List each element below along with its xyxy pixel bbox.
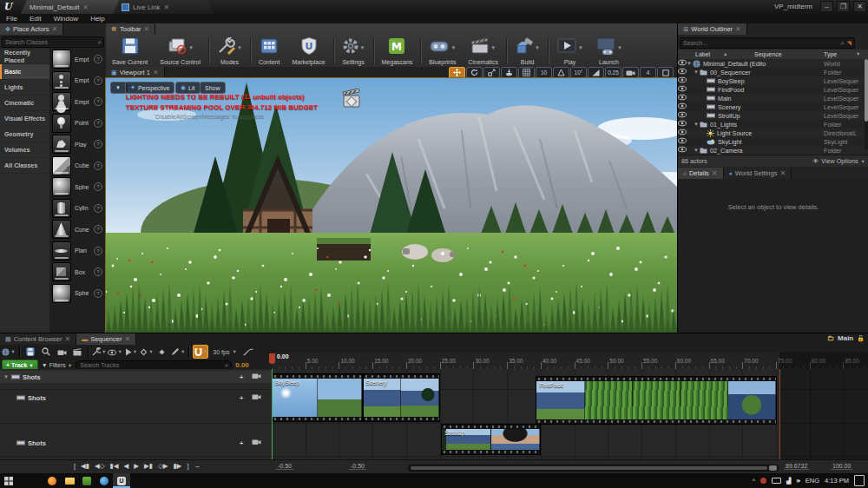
- scale-tool-button[interactable]: [483, 67, 500, 78]
- category-visual-effects[interactable]: Visual Effects: [0, 111, 49, 127]
- current-time-display[interactable]: 0.00: [235, 361, 249, 369]
- tab-world-settings[interactable]: ● World Settings ✕: [724, 168, 792, 179]
- toolbar-button-content[interactable]: Content: [253, 36, 286, 67]
- category-basic[interactable]: Basic: [0, 64, 49, 80]
- search-tracks-input[interactable]: [76, 362, 225, 368]
- outliner-row-boysleep[interactable]: BoySleep LevelSequer: [678, 76, 868, 85]
- chevron-down-icon[interactable]: ▼: [181, 349, 185, 354]
- toolbar-button-build[interactable]: ▼ Build: [509, 36, 546, 67]
- camera-speed-button[interactable]: [622, 67, 639, 78]
- menu-item-edit[interactable]: Edit: [30, 15, 42, 23]
- tray-expand-icon[interactable]: ^: [753, 478, 755, 484]
- close-icon[interactable]: ✕: [779, 169, 786, 177]
- network-icon[interactable]: ▟: [786, 478, 791, 485]
- outliner-row-light-source[interactable]: Light Source DirectionalL: [678, 129, 868, 137]
- sequencer-eye-button[interactable]: ▼: [108, 346, 122, 358]
- category-cinematic[interactable]: Cinematic: [0, 96, 49, 111]
- shot-clip-strollup[interactable]: StrollUp: [441, 424, 541, 455]
- transport-prev-frame-button[interactable]: ◀▮: [81, 462, 89, 470]
- toolbar-button-settings[interactable]: ▼ Settings: [336, 36, 372, 67]
- tab-place-actors[interactable]: ✥ Place Actors ✕: [0, 23, 63, 35]
- transport-bracket-in-button[interactable]: [: [74, 462, 76, 470]
- column-label[interactable]: Label: [695, 51, 710, 57]
- playhead-line[interactable]: [272, 369, 273, 459]
- language-indicator[interactable]: ENG: [806, 477, 819, 485]
- sequencer-keyframe-button[interactable]: ▼: [140, 346, 154, 358]
- place-actor-item[interactable]: Empt ?: [49, 91, 106, 113]
- category-recently-placed[interactable]: Recently Placed: [0, 49, 49, 64]
- add-section-button[interactable]: +: [240, 373, 243, 381]
- transport-step-forward-button[interactable]: ▶▮: [144, 462, 153, 470]
- scale-snap-button[interactable]: [588, 67, 604, 78]
- place-actor-item[interactable]: Cube ?: [49, 155, 106, 177]
- range-start-value[interactable]: -0.50: [276, 463, 293, 470]
- expand-arrow-icon[interactable]: ▼: [694, 69, 700, 75]
- visibility-eye-icon[interactable]: [678, 120, 687, 129]
- outliner-row-scenery[interactable]: Scenery LevelSequer: [678, 102, 868, 111]
- chevron-down-icon[interactable]: ▼: [117, 349, 122, 354]
- taskbar-app-edge[interactable]: [95, 473, 113, 488]
- notification-app-icon[interactable]: [760, 478, 766, 484]
- toolbar-button-play[interactable]: ▼ Play: [550, 36, 589, 67]
- place-actor-item[interactable]: Empt ?: [49, 49, 106, 70]
- chevron-down-icon[interactable]: ▼: [578, 45, 583, 50]
- viewport-scene[interactable]: ▼ ✦ Perspective ◉ Lit Show LIGHTING NEED…: [106, 78, 677, 333]
- place-actor-item[interactable]: Cone ?: [49, 219, 106, 241]
- outliner-row-strollup[interactable]: StrollUp LevelSequer: [678, 111, 868, 120]
- grid-snap-value[interactable]: 10: [536, 67, 552, 78]
- camera-icon[interactable]: [252, 373, 261, 381]
- outliner-row-skylight[interactable]: SkyLight SkyLight: [678, 137, 868, 146]
- visibility-eye-icon[interactable]: [678, 137, 687, 146]
- taskbar-app-epic[interactable]: [78, 473, 95, 488]
- chevron-down-icon[interactable]: ▼: [203, 349, 207, 354]
- expand-arrow-icon[interactable]: ▼: [694, 122, 700, 127]
- maximize-button[interactable]: ❐: [837, 1, 850, 12]
- taskbar-app-unreal[interactable]: U: [113, 473, 130, 488]
- rotation-snap-button[interactable]: [553, 67, 569, 78]
- close-icon[interactable]: ✕: [64, 335, 70, 343]
- fps-dropdown[interactable]: 30 fps▼: [210, 346, 240, 358]
- outliner-row-main[interactable]: Main LevelSequer: [678, 94, 868, 102]
- chevron-down-icon[interactable]: ▼: [148, 349, 153, 354]
- category-geometry[interactable]: Geometry: [0, 127, 49, 142]
- transport-loop-button[interactable]: →: [194, 462, 201, 470]
- expand-arrow-icon[interactable]: ▼: [3, 374, 9, 379]
- add-section-button[interactable]: +: [240, 439, 243, 447]
- close-icon[interactable]: ✕: [712, 169, 718, 177]
- chevron-down-icon[interactable]: ▼: [237, 45, 242, 50]
- sequencer-playback-button[interactable]: ▼: [124, 346, 138, 358]
- tab-toolbar[interactable]: 🛠 Toolbar ✕: [106, 23, 155, 35]
- category-all-classes[interactable]: All Classes: [0, 158, 49, 174]
- transport-reverse-button[interactable]: ◀: [123, 462, 128, 470]
- close-icon[interactable]: ✕: [144, 25, 150, 33]
- sequencer-find-button[interactable]: [39, 346, 53, 358]
- outliner-row-02-camera[interactable]: ▼ 02_Camera Folder: [678, 146, 868, 155]
- close-icon[interactable]: ✕: [124, 335, 130, 343]
- expand-arrow-icon[interactable]: ▼: [694, 148, 700, 153]
- close-icon[interactable]: ✕: [735, 25, 741, 33]
- view-options-button[interactable]: 👁 View Options ▼: [812, 157, 865, 165]
- tab-world-outliner[interactable]: ☰ World Outliner ✕: [678, 23, 747, 35]
- move-tool-button[interactable]: [449, 67, 465, 78]
- range-scrollbar-handle[interactable]: [769, 465, 777, 471]
- view-start-value[interactable]: -0.50: [349, 463, 366, 470]
- visibility-eye-icon[interactable]: [678, 102, 687, 111]
- camera-icon[interactable]: [252, 439, 261, 447]
- chevron-down-icon[interactable]: ▼: [102, 349, 106, 354]
- track-row-shots[interactable]: Shots +: [0, 437, 272, 449]
- track-row-shots[interactable]: ▼ Shots +: [0, 371, 272, 383]
- sequencer-save-button[interactable]: [23, 346, 37, 358]
- chevron-down-icon[interactable]: ▼: [10, 349, 15, 354]
- shot-clip-scenery[interactable]: Scenery: [363, 373, 441, 422]
- perspective-button[interactable]: ✦ Perspective: [125, 82, 174, 94]
- visibility-eye-icon[interactable]: [678, 111, 687, 120]
- close-icon[interactable]: ✕: [82, 3, 89, 11]
- place-actor-item[interactable]: Cylin ?: [49, 198, 106, 220]
- toolbar-button-save-current[interactable]: Save Current: [106, 36, 154, 67]
- sequencer-snap-button[interactable]: ▼: [193, 345, 208, 359]
- battery-icon[interactable]: [772, 478, 781, 484]
- outliner-scrollbar-thumb[interactable]: [865, 59, 868, 122]
- sequencer-auto-key-button[interactable]: [155, 346, 169, 358]
- taskbar-app-explorer[interactable]: [61, 473, 78, 488]
- timeline-ruler[interactable]: 0.00 5.00 10.00 15.00 20.00 25.00 30.00 …: [272, 353, 868, 370]
